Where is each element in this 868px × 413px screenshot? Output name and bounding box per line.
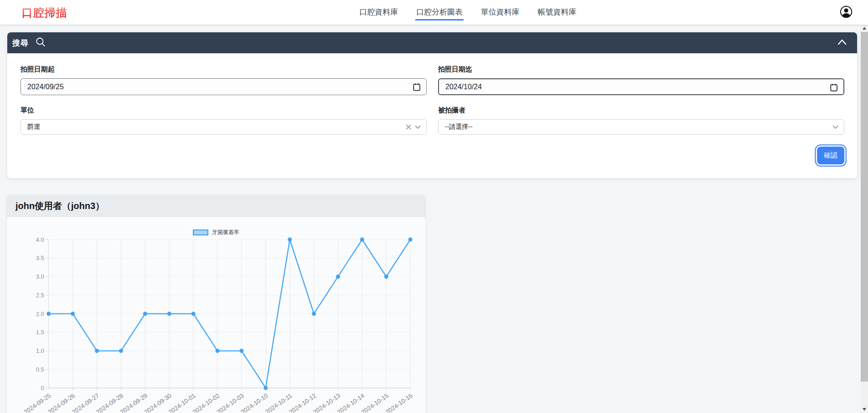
svg-text:2024-10-16: 2024-10-16: [384, 392, 414, 413]
svg-text:3.0: 3.0: [36, 273, 44, 280]
scrollbar-thumb[interactable]: [861, 32, 868, 382]
search-panel-body: 拍照日期起 拍照日期迄: [7, 53, 857, 178]
subject-select[interactable]: --請選擇--: [438, 119, 844, 135]
calendar-icon[interactable]: [413, 83, 420, 93]
svg-text:4.0: 4.0: [36, 236, 44, 243]
field-date-to: 拍照日期迄: [438, 65, 844, 95]
plaque-coverage-line-chart[interactable]: 4.03.53.02.52.01.51.00.502024-09-252024-…: [7, 236, 425, 413]
clear-x-icon[interactable]: [406, 124, 411, 130]
field-subject: 被拍攝者 --請選擇--: [438, 106, 844, 135]
chart-legend: 牙菌覆蓋率: [7, 229, 425, 235]
chart-card-title: john使用者（john3）: [15, 200, 105, 212]
svg-text:2.5: 2.5: [36, 292, 44, 299]
nav-item-oral-database[interactable]: 口腔資料庫: [358, 0, 399, 25]
vertical-scrollbar[interactable]: [861, 25, 868, 413]
unit-select-value: 爵運: [27, 123, 40, 131]
date-from-value[interactable]: [27, 83, 381, 91]
legend-label: 牙菌覆蓋率: [212, 229, 239, 236]
legend-swatch: [193, 229, 208, 235]
date-from-label: 拍照日期起: [20, 65, 427, 74]
chart-card-header: john使用者（john3）: [7, 195, 425, 217]
nav-item-oral-analysis-charts[interactable]: 口腔分析圖表: [415, 0, 464, 25]
field-date-from: 拍照日期起: [20, 65, 427, 95]
field-unit: 單位 爵運: [20, 106, 427, 135]
svg-text:2.0: 2.0: [36, 311, 44, 317]
subject-select-value: --請選擇--: [445, 123, 473, 131]
chart-card-body: 牙菌覆蓋率 4.03.53.02.52.01.51.00.502024-09-2…: [7, 217, 425, 413]
top-navbar: 口腔掃描 口腔資料庫 口腔分析圖表 單位資料庫 帳號資料庫: [0, 0, 868, 25]
chevron-down-icon[interactable]: [833, 125, 838, 129]
user-chart-card: john使用者（john3） 牙菌覆蓋率 4.03.53.02.52.01.51…: [7, 195, 425, 413]
unit-select[interactable]: 爵運: [20, 119, 427, 135]
scrollbar-up-arrow[interactable]: [861, 25, 868, 32]
nav-item-account-database[interactable]: 帳號資料庫: [537, 0, 577, 25]
svg-text:3.5: 3.5: [36, 255, 44, 261]
search-icon: [35, 36, 46, 49]
date-to-label: 拍照日期迄: [438, 65, 844, 74]
scrollbar-down-arrow[interactable]: [861, 406, 868, 413]
unit-label: 單位: [20, 106, 427, 115]
search-panel-header[interactable]: 搜尋: [7, 32, 857, 53]
chevron-down-icon[interactable]: [415, 125, 421, 129]
subject-label: 被拍攝者: [438, 106, 844, 115]
confirm-button[interactable]: 確認: [817, 147, 844, 164]
date-from-input[interactable]: [20, 78, 427, 95]
svg-text:0.5: 0.5: [36, 366, 44, 373]
main-nav: 口腔資料庫 口腔分析圖表 單位資料庫 帳號資料庫: [358, 0, 577, 25]
svg-text:1.5: 1.5: [36, 329, 44, 336]
collapse-chevron-up-icon[interactable]: [837, 39, 847, 47]
nav-item-unit-database[interactable]: 單位資料庫: [480, 0, 520, 25]
svg-text:0: 0: [41, 385, 44, 392]
date-to-input[interactable]: [438, 78, 844, 95]
search-panel-title: 搜尋: [12, 38, 29, 48]
app-logo: 口腔掃描: [22, 5, 67, 20]
user-avatar-icon[interactable]: [839, 5, 853, 19]
search-panel: 搜尋 拍照日期起: [7, 32, 857, 178]
svg-text:1.0: 1.0: [36, 347, 44, 354]
calendar-icon[interactable]: [830, 83, 838, 93]
date-to-value[interactable]: [445, 83, 798, 91]
